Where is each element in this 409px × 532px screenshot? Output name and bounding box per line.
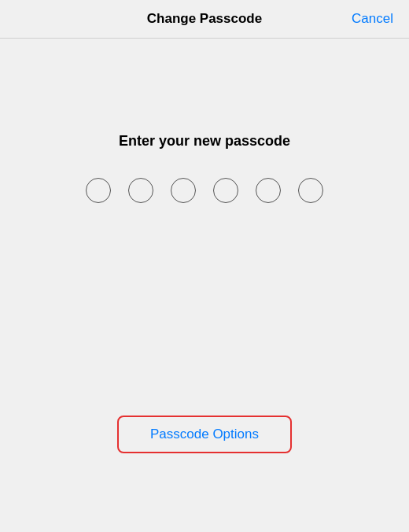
passcode-options-container: Passcode Options — [117, 416, 292, 453]
passcode-dot-4 — [213, 178, 238, 203]
passcode-prompt: Enter your new passcode — [119, 133, 290, 150]
passcode-dot-1 — [86, 178, 111, 203]
header: Change Passcode Cancel — [0, 0, 409, 39]
passcode-dot-5 — [256, 178, 281, 203]
passcode-dots-row — [86, 178, 323, 203]
main-content: Enter your new passcode — [0, 39, 409, 203]
passcode-options-button[interactable]: Passcode Options — [117, 416, 292, 453]
passcode-dot-6 — [298, 178, 323, 203]
cancel-button[interactable]: Cancel — [352, 11, 393, 27]
page-title: Change Passcode — [147, 11, 262, 27]
passcode-dot-2 — [128, 178, 153, 203]
passcode-dot-3 — [171, 178, 196, 203]
